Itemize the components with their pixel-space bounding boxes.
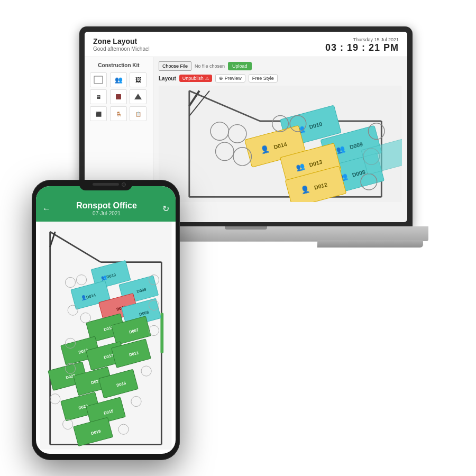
kit-item-4[interactable]: 🖥 xyxy=(90,89,107,104)
phone-notch xyxy=(79,180,132,190)
preview-button[interactable]: ⊕ Preview xyxy=(215,74,245,83)
kit-item-6[interactable] xyxy=(130,89,147,104)
scene: Zone Layout Good afternoon Michael Thurs… xyxy=(0,0,476,476)
back-arrow-icon[interactable]: ← xyxy=(42,204,51,214)
kit-item-2[interactable]: 👥 xyxy=(110,72,127,87)
kit-item-3[interactable]: 🖼 xyxy=(130,72,147,87)
kit-item-9[interactable]: 📋 xyxy=(130,106,147,121)
phone-title-block: Ronspot Office 07-Jul-2021 xyxy=(76,201,137,216)
layout-label: Layout xyxy=(159,76,176,81)
phone-speaker xyxy=(93,183,119,186)
app-header: Zone Layout Good afternoon Michael Thurs… xyxy=(85,32,407,57)
laptop-foot-right xyxy=(317,240,424,248)
svg-rect-4 xyxy=(116,94,121,99)
kit-item-1[interactable] xyxy=(90,72,107,87)
upload-toolbar: Choose File No file chosen Upload xyxy=(159,61,402,71)
svg-text:⬛: ⬛ xyxy=(96,111,102,117)
sidebar-title: Construction Kit xyxy=(90,62,148,68)
svg-text:🖥: 🖥 xyxy=(96,94,101,100)
phone-screen: ← Ronspot Office 07-Jul-2021 ↻ xyxy=(36,186,176,454)
svg-text:👥: 👥 xyxy=(114,76,122,84)
phone-camera xyxy=(122,182,126,187)
svg-rect-0 xyxy=(94,76,103,84)
refresh-icon[interactable]: ↻ xyxy=(162,204,169,214)
svg-text:📋: 📋 xyxy=(135,111,142,117)
phone-body: ← Ronspot Office 07-Jul-2021 ↻ xyxy=(32,180,180,460)
kit-item-8[interactable]: 🪑 xyxy=(110,106,127,121)
main-area: Choose File No file chosen Upload Layout… xyxy=(153,57,407,213)
kit-item-5[interactable] xyxy=(110,89,127,104)
construction-kit-grid: 👥 🖼 🖥 xyxy=(90,72,148,121)
phone: ← Ronspot Office 07-Jul-2021 ↻ xyxy=(32,180,180,460)
time-block: Thursday 15 Jul 2021 03 : 19 : 21 PM xyxy=(325,37,399,53)
no-file-text: No file chosen xyxy=(195,63,225,69)
phone-date: 07-Jul-2021 xyxy=(76,210,137,216)
layout-toolbar: Layout Unpublish ⚠ ⊕ Preview Free Style xyxy=(159,74,402,83)
phone-venue-name: Ronspot Office xyxy=(76,201,137,210)
app-date: Thursday 15 Jul 2021 xyxy=(325,37,399,42)
svg-text:🖼: 🖼 xyxy=(135,77,141,83)
kit-item-7[interactable]: ⬛ xyxy=(90,106,107,121)
choose-file-button[interactable]: Choose File xyxy=(159,61,191,71)
app-time: 03 : 19 : 21 PM xyxy=(325,42,399,53)
svg-text:🪑: 🪑 xyxy=(115,111,122,117)
unpublish-button[interactable]: Unpublish ⚠ xyxy=(179,75,212,82)
app-title: Zone Layout xyxy=(93,37,150,45)
floor-plan-canvas[interactable]: D010 👥 D009 👥 xyxy=(159,86,402,202)
svg-marker-5 xyxy=(134,94,142,99)
phone-app-header: ← Ronspot Office 07-Jul-2021 ↻ xyxy=(36,186,176,222)
phone-floor-plan[interactable]: D010 👥 D009 D014 👤 xyxy=(36,222,176,450)
freestyle-button[interactable]: Free Style xyxy=(249,74,278,83)
upload-button[interactable]: Upload xyxy=(228,62,252,70)
svg-rect-52 xyxy=(160,313,163,353)
app-subtitle: Good afternoon Michael xyxy=(93,46,150,52)
